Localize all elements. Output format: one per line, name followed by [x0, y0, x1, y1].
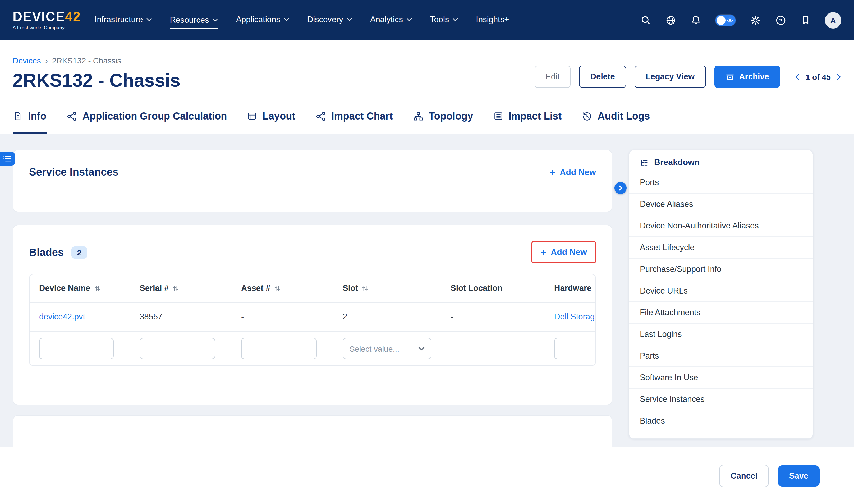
tab-info[interactable]: Info [13, 107, 47, 134]
column-slot[interactable]: Slot [333, 284, 441, 293]
chevron-down-icon [284, 18, 289, 21]
breakdown-tree-icon [640, 158, 649, 167]
column-device-name[interactable]: Device Name [30, 284, 130, 293]
brand-text: DEVICE42 [13, 10, 81, 23]
blades-table: Device Name Serial # Asset # Slot [29, 274, 596, 366]
archive-button[interactable]: Archive [714, 66, 780, 88]
next-section-card [13, 415, 612, 447]
menu-applications[interactable]: Applications [236, 15, 289, 25]
record-pager: 1 of 45 [795, 72, 841, 81]
filter-hardware-input[interactable] [554, 338, 595, 359]
service-instances-add-new-button[interactable]: + Add New [549, 167, 596, 177]
share-nodes-icon [67, 111, 77, 121]
filter-serial-input[interactable] [140, 338, 215, 359]
edit-button[interactable]: Edit [534, 66, 570, 88]
filter-device-name-input[interactable] [39, 338, 114, 359]
topnav-utilities: ? A [640, 12, 841, 28]
breakdown-item-ports[interactable]: Ports [629, 172, 813, 194]
breakdown-item-software-in-use[interactable]: Software In Use [629, 367, 813, 389]
detail-tabs: Info Application Group Calculation Layou… [13, 107, 650, 134]
menu-infrastructure[interactable]: Infrastructure [95, 15, 152, 25]
save-button[interactable]: Save [778, 465, 820, 486]
cell-device-name: device42.pvt [30, 312, 130, 322]
chevron-down-icon [146, 18, 152, 21]
blades-count-badge: 2 [71, 246, 87, 258]
sort-icon[interactable] [172, 285, 179, 292]
menu-insights[interactable]: Insights+ [476, 15, 509, 25]
chevron-down-icon [418, 346, 424, 350]
notifications-bell-icon[interactable] [691, 15, 701, 25]
tab-audit-logs[interactable]: Audit Logs [582, 107, 650, 134]
breakdown-item-device-non-authoritative-aliases[interactable]: Device Non-Authoritative Aliases [629, 215, 813, 237]
blades-title: Blades 2 [29, 246, 87, 258]
menu-resources[interactable]: Resources [170, 15, 218, 29]
page-title: 2RKS132 - Chassis [13, 70, 180, 91]
cancel-button[interactable]: Cancel [719, 465, 769, 487]
menu-analytics[interactable]: Analytics [370, 15, 412, 25]
device-link[interactable]: device42.pvt [39, 312, 85, 321]
tab-layout[interactable]: Layout [247, 107, 295, 134]
search-icon[interactable] [640, 15, 651, 25]
top-navigation-bar: DEVICE42 A Freshworks Company Infrastruc… [0, 0, 854, 40]
breakdown-item-device-aliases[interactable]: Device Aliases [629, 194, 813, 215]
breakdown-item-device-urls[interactable]: Device URLs [629, 280, 813, 302]
help-icon[interactable]: ? [775, 15, 786, 26]
table-row: device42.pvt 38557 - 2 - Dell Storage [30, 303, 595, 331]
tab-application-group-calculation[interactable]: Application Group Calculation [67, 107, 227, 134]
breakdown-item-file-attachments[interactable]: File Attachments [629, 302, 813, 324]
legacy-view-button[interactable]: Legacy View [635, 66, 706, 88]
footer-action-bar: Cancel Save [0, 447, 854, 504]
menu-tools[interactable]: Tools [430, 15, 458, 25]
sun-icon [726, 16, 734, 24]
breakdown-item-blades[interactable]: Blades [629, 410, 813, 432]
device42-logo[interactable]: DEVICE42 A Freshworks Company [13, 10, 81, 30]
breakdown-list: Ports Device Aliases Device Non-Authorit… [629, 172, 813, 439]
breakdown-item-parts[interactable]: Parts [629, 345, 813, 367]
pager-prev-icon[interactable] [795, 73, 800, 80]
service-instances-card: Service Instances + Add New [13, 150, 612, 212]
toggle-knob [716, 16, 726, 24]
filter-asset-input[interactable] [241, 338, 317, 359]
blades-add-new-button[interactable]: + Add New [541, 247, 587, 257]
tab-impact-chart[interactable]: Impact Chart [315, 107, 393, 134]
left-panel-toggle[interactable] [0, 152, 15, 165]
breakdown-item-last-logins[interactable]: Last Logins [629, 324, 813, 345]
breadcrumb-devices-link[interactable]: Devices [13, 56, 41, 65]
user-avatar[interactable]: A [825, 12, 841, 28]
cell-asset: - [232, 312, 333, 322]
breakdown-item-certificate-instances[interactable]: Certificate Instances [629, 432, 813, 439]
filter-slot-select[interactable]: Select value... [343, 338, 432, 359]
globe-icon[interactable] [665, 15, 676, 26]
column-asset[interactable]: Asset # [232, 284, 333, 293]
breakdown-item-service-instances[interactable]: Service Instances [629, 389, 813, 410]
pager-next-icon[interactable] [836, 73, 841, 80]
main-menu: Infrastructure Resources Applications Di… [95, 15, 509, 25]
sort-icon[interactable] [94, 285, 100, 292]
hardware-link[interactable]: Dell Storage [554, 312, 595, 321]
sidebar-collapse-button[interactable] [615, 182, 626, 194]
column-serial[interactable]: Serial # [130, 284, 232, 293]
breakdown-item-asset-lifecycle[interactable]: Asset Lifecycle [629, 237, 813, 258]
breakdown-panel: Breakdown Ports Device Aliases Device No… [629, 150, 813, 439]
menu-discovery[interactable]: Discovery [307, 15, 352, 25]
chevron-down-icon [347, 18, 352, 21]
cell-slot-location: - [441, 312, 545, 322]
content-area: Service Instances + Add New Blades 2 + A… [0, 134, 854, 447]
delete-button[interactable]: Delete [579, 66, 626, 88]
tab-impact-list[interactable]: Impact List [493, 107, 562, 134]
sort-icon[interactable] [362, 285, 368, 292]
chevron-down-icon [453, 18, 458, 21]
tab-topology[interactable]: Topology [413, 107, 473, 134]
cell-slot: 2 [333, 312, 441, 322]
blades-table-header: Device Name Serial # Asset # Slot [30, 274, 595, 303]
breakdown-item-purchase-support-info[interactable]: Purchase/Support Info [629, 258, 813, 280]
svg-text:?: ? [779, 17, 783, 23]
page-actions: Edit Delete Legacy View Archive 1 of 45 [534, 66, 841, 88]
breadcrumb-separator: › [45, 56, 48, 65]
cell-hardware: Dell Storage [545, 312, 595, 322]
sitemap-icon [413, 111, 423, 121]
bookmark-icon[interactable] [801, 15, 811, 25]
theme-toggle[interactable] [715, 15, 735, 26]
sort-icon[interactable] [274, 285, 280, 292]
settings-gear-icon[interactable] [750, 15, 761, 26]
